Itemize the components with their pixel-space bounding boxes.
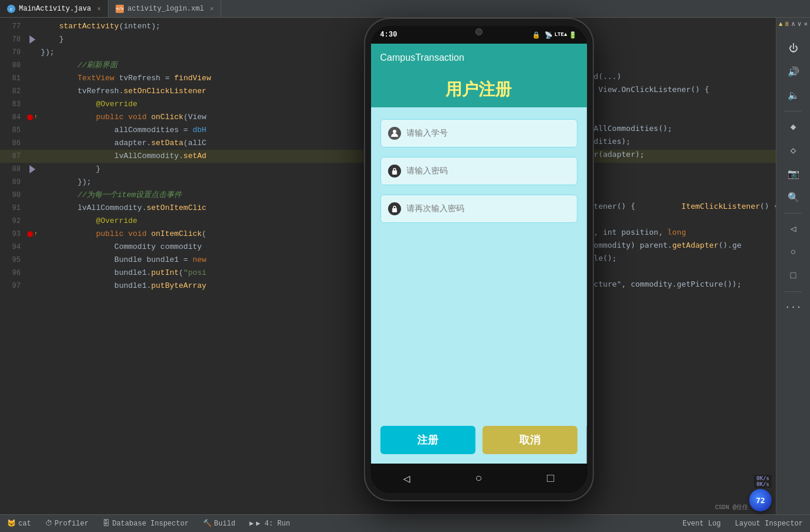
nav-recents-button[interactable]: □: [547, 472, 554, 485]
tab-close-main[interactable]: ✕: [97, 5, 101, 12]
breakpoint-icon-93: [27, 231, 33, 237]
zoom-button[interactable]: 🔍: [783, 187, 804, 208]
bookmark-icon-78: [29, 35, 35, 44]
divider-1: [785, 111, 802, 111]
phone-banner: 用户注册: [370, 72, 586, 107]
phone-input-password[interactable]: 请输入密码: [380, 157, 577, 185]
tab-close-login[interactable]: ✕: [210, 5, 214, 12]
cat-icon: 🐱: [7, 519, 16, 528]
xml-icon: ≺/≻: [116, 5, 124, 13]
divider-3: [785, 291, 802, 292]
password-placeholder: 请输入密码: [406, 166, 448, 176]
divider-2: [785, 213, 802, 214]
warning-down-icon: ∨: [798, 20, 802, 28]
phone-container: 4:30 🔒 📡 LTE▲ 🔋 CampusTransaction 用户注册: [363, 18, 593, 501]
tab-label-login: activity_login.xml: [127, 5, 204, 13]
warning-up-icon: ∧: [791, 20, 795, 28]
java-icon: c: [7, 5, 15, 13]
arrow-icon-84: ↑: [34, 111, 38, 124]
square-button[interactable]: □: [783, 265, 804, 287]
svg-rect-2: [392, 208, 396, 212]
rotate-button[interactable]: ◆: [783, 116, 804, 137]
bottom-bar-run[interactable]: ▶ ▶ 4: Run: [247, 518, 293, 529]
register-button[interactable]: 注册: [380, 426, 475, 454]
bottom-bar-event-log[interactable]: Event Log: [680, 518, 723, 529]
lock-icon: [388, 165, 401, 178]
nav-back-button[interactable]: ◁: [403, 471, 410, 486]
phone-nav-bar: ◁ ○ □: [370, 464, 586, 493]
run-icon: ▶: [250, 519, 254, 528]
phone-input-confirm-password[interactable]: 请再次输入密码: [380, 195, 577, 223]
csdn-watermark: CSDN @任任: [715, 503, 748, 511]
phone-app: CampusTransaction 用户注册 请输入学号: [370, 44, 586, 464]
phone-form: 请输入学号 请输入密码 请再次输入密码: [370, 107, 586, 426]
bottom-bar-layout-inspector[interactable]: Layout Inspector: [733, 518, 805, 529]
tab-label-main: MainActivity.java: [19, 5, 91, 13]
more-button[interactable]: ···: [783, 297, 804, 318]
phone-camera: [475, 28, 482, 35]
bottom-bar-profiler[interactable]: ⏱ Profiler: [43, 518, 91, 529]
phone-body: 4:30 🔒 📡 LTE▲ 🔋 CampusTransaction 用户注册: [363, 18, 593, 501]
phone-app-bar: CampusTransaction: [370, 44, 586, 72]
warning-section: ▲ 8 ∧ ∨ ✕: [779, 20, 808, 28]
warning-icon: ▲: [779, 21, 783, 28]
phone-status-icons: 🔒 📡 LTE▲ 🔋: [532, 31, 577, 39]
phone-screen: 4:30 🔒 📡 LTE▲ 🔋 CampusTransaction 用户注册: [370, 26, 586, 493]
tab-bar: c MainActivity.java ✕ ≺/≻ activity_login…: [0, 0, 810, 18]
screenshot-button[interactable]: 📷: [783, 163, 804, 185]
close-panel-button[interactable]: ✕: [804, 20, 808, 28]
build-icon: 🔨: [203, 519, 212, 528]
home-button[interactable]: ○: [783, 242, 804, 263]
phone-input-student-id[interactable]: 请输入学号: [380, 119, 577, 147]
warning-count: 8: [785, 21, 789, 28]
phone-banner-text: 用户注册: [445, 78, 511, 101]
bottom-bar-build[interactable]: 🔨 Build: [201, 518, 238, 529]
profiler-icon: ⏱: [45, 519, 53, 528]
student-id-placeholder: 请输入学号: [406, 128, 448, 139]
right-panel: ▲ 8 ∧ ∨ ✕ ⏻ 🔊 🔈 ◆ ◇ 📷 🔍 ◁ ○ □ ···: [776, 18, 810, 514]
phone-buttons: 注册 取消: [370, 426, 586, 464]
person-icon: [388, 127, 401, 140]
speed-overlay: 0K/s 0K/s 72: [749, 475, 772, 511]
erase-button[interactable]: ◇: [783, 140, 804, 161]
svg-point-0: [392, 130, 396, 133]
phone-time: 4:30: [380, 31, 397, 39]
speed-circle: 72: [749, 489, 772, 511]
cancel-button[interactable]: 取消: [482, 426, 577, 454]
database-icon: 🗄: [103, 519, 110, 528]
volume-up-button[interactable]: 🔊: [783, 61, 804, 83]
phone-app-title: CampusTransaction: [380, 52, 464, 63]
confirm-password-placeholder: 请再次输入密码: [406, 203, 464, 214]
volume-down-button[interactable]: 🔈: [783, 85, 804, 106]
bookmark-icon-88: [29, 165, 35, 173]
arrow-icon-93: ↑: [34, 228, 38, 241]
breakpoint-icon-84: [27, 114, 33, 120]
nav-home-button[interactable]: ○: [475, 472, 482, 485]
tab-activity-login[interactable]: ≺/≻ activity_login.xml ✕: [109, 0, 221, 17]
back-button[interactable]: ◁: [783, 218, 804, 239]
tab-main-activity[interactable]: c MainActivity.java ✕: [0, 0, 109, 17]
bottom-bar-db-inspector[interactable]: 🗄 Database Inspector: [100, 518, 191, 529]
lock2-icon: [388, 202, 401, 215]
power-button[interactable]: ⏻: [783, 38, 804, 59]
bottom-bar-cat[interactable]: 🐱 cat: [5, 518, 34, 529]
svg-rect-1: [392, 170, 396, 175]
bottom-bar: 🐱 cat ⏱ Profiler 🗄 Database Inspector 🔨 …: [0, 514, 810, 532]
